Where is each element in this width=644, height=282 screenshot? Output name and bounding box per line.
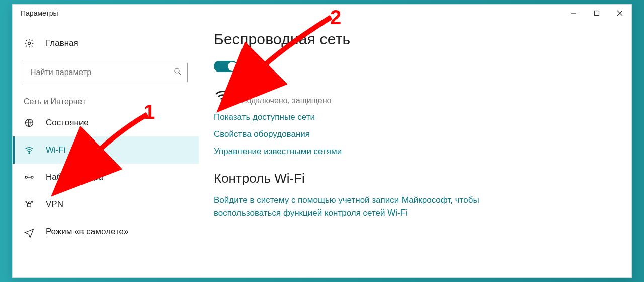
sidebar-item-vpn[interactable]: VPN	[13, 191, 199, 218]
maximize-button[interactable]	[585, 5, 608, 22]
svg-line-6	[179, 73, 181, 75]
svg-point-14	[222, 101, 224, 103]
settings-window: Параметры	[12, 4, 632, 278]
sidebar-item-status[interactable]: Состояние	[13, 109, 199, 136]
search-input[interactable]: Найти параметр	[24, 63, 188, 82]
svg-rect-1	[595, 11, 599, 16]
close-button[interactable]	[608, 5, 631, 22]
wifi-status: Подключено, защищено	[241, 96, 331, 105]
search-icon	[173, 67, 182, 78]
gear-icon	[24, 38, 35, 49]
sidebar-item-airplane[interactable]: Режим «в самолете»	[13, 218, 199, 245]
content-area: Беспроводная сеть Вкл. Ku-Ku Подключено,…	[199, 22, 631, 277]
wifi-toggle[interactable]	[214, 61, 238, 72]
home-label: Главная	[46, 38, 78, 48]
wifi-connected-icon	[214, 87, 232, 105]
wifi-ssid: Ku-Ku	[241, 86, 331, 96]
svg-point-10	[31, 176, 33, 178]
svg-point-12	[26, 201, 27, 203]
titlebar: Параметры	[13, 5, 631, 22]
link-available-networks[interactable]: Показать доступные сети	[214, 112, 616, 122]
sidebar-item-label: Wi-Fi	[46, 145, 66, 155]
window-title: Параметры	[21, 9, 58, 17]
wifi-toggle-label: Вкл.	[246, 61, 263, 72]
sidebar-item-dialup[interactable]: Набор номера	[13, 164, 199, 191]
airplane-icon	[24, 226, 35, 237]
window-controls	[562, 5, 631, 22]
link-device-properties[interactable]: Свойства оборудования	[214, 129, 616, 139]
sidebar: Главная Найти параметр Сеть и Интернет С…	[13, 22, 199, 277]
sidebar-item-label: Режим «в самолете»	[46, 227, 128, 237]
svg-rect-11	[28, 203, 31, 207]
page-title: Беспроводная сеть	[214, 31, 616, 48]
sidebar-item-label: VPN	[46, 199, 63, 209]
svg-point-9	[25, 176, 27, 178]
sidebar-item-label: Состояние	[46, 118, 89, 128]
wifi-sense-heading: Контроль Wi-Fi	[214, 171, 616, 186]
globe-icon	[24, 117, 35, 128]
svg-point-4	[28, 42, 31, 45]
vpn-icon	[24, 199, 35, 210]
wifi-icon	[24, 145, 35, 156]
dialup-icon	[24, 172, 35, 183]
link-signin-microsoft[interactable]: Войдите в систему с помощью учетной запи…	[214, 194, 536, 219]
svg-point-5	[175, 68, 179, 73]
sidebar-item-wifi[interactable]: Wi-Fi	[13, 136, 199, 164]
link-manage-known-networks[interactable]: Управление известными сетями	[214, 147, 616, 157]
home-link[interactable]: Главная	[13, 32, 199, 55]
minimize-button[interactable]	[562, 5, 585, 22]
svg-point-8	[29, 153, 30, 154]
sidebar-item-label: Набор номера	[46, 172, 103, 182]
current-network[interactable]: Ku-Ku Подключено, защищено	[214, 86, 616, 105]
svg-point-13	[32, 201, 33, 203]
search-placeholder: Найти параметр	[30, 68, 91, 77]
section-label: Сеть и Интернет	[13, 93, 199, 109]
